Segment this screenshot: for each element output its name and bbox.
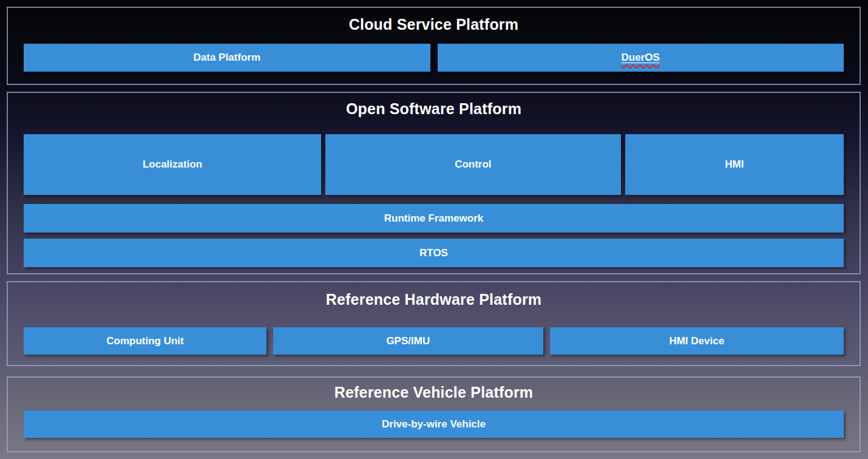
box-localization: Localization <box>24 134 321 195</box>
box-hmi-device-label: HMI Device <box>669 335 724 347</box>
hardware-boxes-row: Computing Unit GPS/IMU HMI Device <box>24 327 844 355</box>
box-computing-unit: Computing Unit <box>24 327 266 355</box>
box-localization-label: Localization <box>143 158 202 171</box>
box-rtos-label: RTOS <box>419 247 448 259</box>
section-title-reference-vehicle-platform: Reference Vehicle Platform <box>24 384 844 401</box>
box-control-label: Control <box>455 158 491 171</box>
box-hmi-label: HMI <box>725 158 744 171</box>
box-gps-imu-label: GPS/IMU <box>386 335 430 347</box>
box-runtime-framework-label: Runtime Framework <box>384 212 483 225</box>
box-drive-by-wire-vehicle-label: Drive-by-wire Vehicle <box>382 418 486 430</box>
box-runtime-framework: Runtime Framework <box>24 204 844 233</box>
box-drive-by-wire-vehicle: Drive-by-wire Vehicle <box>24 410 844 438</box>
box-data-platform-label: Data Platform <box>193 52 260 64</box>
box-rtos: RTOS <box>24 239 844 267</box>
section-open-software-platform: Open Software Platform Localization Cont… <box>7 92 861 274</box>
section-cloud-service-platform: Cloud Service Platform Data Platform Due… <box>7 7 861 85</box>
vehicle-boxes-row: Drive-by-wire Vehicle <box>24 410 844 438</box>
dueros-spellcheck-underline: DuerOS <box>622 52 660 64</box>
box-gps-imu: GPS/IMU <box>273 327 543 355</box>
section-reference-hardware-platform: Reference Hardware Platform Computing Un… <box>7 281 861 366</box>
box-computing-unit-label: Computing Unit <box>106 335 183 347</box>
architecture-diagram: Cloud Service Platform Data Platform Due… <box>0 0 868 459</box>
box-dueros-label: DuerOS <box>622 52 660 63</box>
box-hmi-device: HMI Device <box>550 327 844 355</box>
box-dueros: DuerOS <box>438 44 844 72</box>
cloud-boxes-row: Data Platform DuerOS <box>24 44 844 72</box>
box-control: Control <box>325 134 621 195</box>
section-reference-vehicle-platform: Reference Vehicle Platform Drive-by-wire… <box>7 376 861 452</box>
section-title-open-software-platform: Open Software Platform <box>24 100 844 118</box>
section-title-reference-hardware-platform: Reference Hardware Platform <box>24 291 844 308</box>
section-title-cloud-service-platform: Cloud Service Platform <box>24 16 844 33</box>
box-hmi: HMI <box>625 134 844 195</box>
box-data-platform: Data Platform <box>24 44 430 72</box>
software-modules-row: Localization Control HMI <box>24 134 844 195</box>
